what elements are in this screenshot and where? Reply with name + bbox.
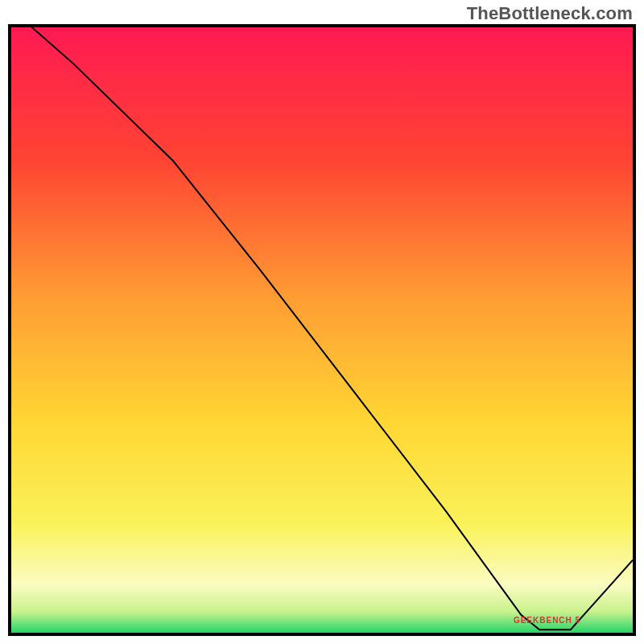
optimum-label: GEEKBENCH 5 <box>514 616 580 625</box>
bottleneck-curve <box>11 27 633 633</box>
chart-container: TheBottleneck.com GEEKBENCH 5 <box>0 0 644 644</box>
watermark-text: TheBottleneck.com <box>467 3 633 24</box>
plot-area: GEEKBENCH 5 <box>8 24 636 636</box>
